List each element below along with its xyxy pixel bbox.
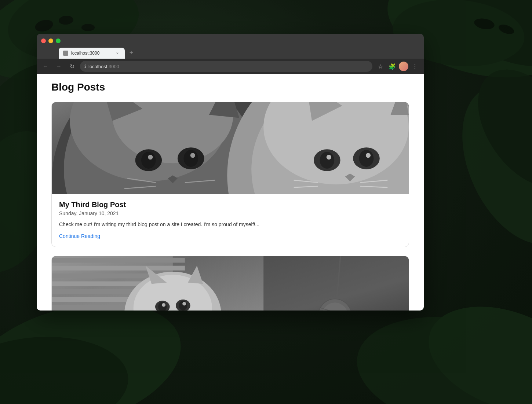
svg-point-77 <box>179 301 187 310</box>
cat-image-svg-1 <box>52 102 409 194</box>
address-text: localhost:3000 <box>88 64 368 69</box>
cat-image-svg-2 <box>52 256 409 311</box>
maximize-window-button[interactable] <box>56 38 61 43</box>
bookmark-button[interactable]: ☆ <box>375 61 386 71</box>
tab-bar: localhost:3000 × + <box>37 48 424 59</box>
address-port: :3000 <box>107 64 119 69</box>
address-bar[interactable]: ℹ localhost:3000 <box>80 61 372 72</box>
blog-post-1-excerpt: Check me out! I'm writing my third blog … <box>59 221 401 228</box>
page-content: Blog Posts <box>37 74 424 311</box>
browser-window: localhost:3000 × + ← → ↻ ℹ localhost:300… <box>37 34 424 311</box>
new-tab-button[interactable]: + <box>126 48 136 58</box>
page-title: Blog Posts <box>51 81 409 93</box>
secure-icon: ℹ <box>84 64 86 69</box>
svg-point-46 <box>366 153 371 158</box>
svg-point-44 <box>359 150 374 167</box>
address-hostname: localhost <box>88 64 107 69</box>
svg-point-29 <box>184 150 198 167</box>
traffic-lights <box>41 38 61 43</box>
tab-favicon-icon <box>63 51 68 56</box>
toolbar-right: ☆ 🧩 ⋮ <box>375 61 420 71</box>
svg-point-30 <box>148 155 153 159</box>
minimize-window-button[interactable] <box>48 38 53 43</box>
extensions-button[interactable]: 🧩 <box>387 61 397 71</box>
address-bar-row: ← → ↻ ℹ localhost:3000 ☆ 🧩 ⋮ <box>37 59 424 74</box>
svg-point-45 <box>327 155 331 159</box>
menu-button[interactable]: ⋮ <box>410 61 420 71</box>
svg-point-79 <box>182 302 186 306</box>
svg-rect-89 <box>263 256 409 311</box>
blog-card-1-body: My Third Blog Post Sunday, January 10, 2… <box>52 194 409 247</box>
blog-post-1-date: Sunday, January 10, 2021 <box>59 210 401 216</box>
tab-label: localhost:3000 <box>71 51 112 56</box>
close-window-button[interactable] <box>41 38 46 43</box>
profile-button[interactable] <box>399 62 408 71</box>
reload-button[interactable]: ↻ <box>67 61 77 71</box>
svg-point-28 <box>141 152 156 169</box>
svg-point-43 <box>320 152 335 169</box>
svg-point-78 <box>162 303 165 307</box>
svg-point-31 <box>190 153 195 158</box>
blog-card-1: My Third Blog Post Sunday, January 10, 2… <box>51 102 409 247</box>
continue-reading-link-1[interactable]: Continue Reading <box>59 233 100 239</box>
blog-post-1-title: My Third Blog Post <box>59 201 401 209</box>
blog-card-2-image <box>52 256 409 311</box>
tab-close-button[interactable]: × <box>114 50 120 56</box>
browser-tab[interactable]: localhost:3000 × <box>59 48 125 59</box>
blog-card-1-image <box>52 102 409 194</box>
blog-card-2 <box>51 256 409 311</box>
back-button[interactable]: ← <box>40 61 51 71</box>
browser-title-bar: localhost:3000 × + ← → ↻ ℹ localhost:300… <box>37 34 424 74</box>
forward-button[interactable]: → <box>54 61 64 71</box>
